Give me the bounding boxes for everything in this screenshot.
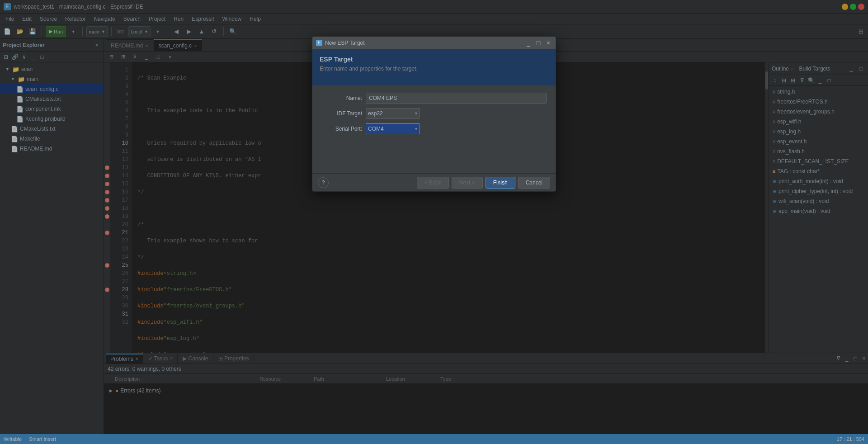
dialog-help-btn[interactable]: ? <box>318 177 329 188</box>
dialog-next-btn[interactable]: Next > <box>452 177 483 189</box>
dialog-name-label: Name: <box>321 95 362 101</box>
dialog-back-btn[interactable]: < Back <box>417 177 449 189</box>
dialog-serial-field: Serial Port: COM1 COM2 COM3 COM4 COM5 <box>321 123 547 134</box>
dialog-title: New ESP Target <box>325 40 522 46</box>
dialog-title-icon: E <box>316 40 322 46</box>
dialog-cancel-btn[interactable]: Cancel <box>518 177 550 189</box>
dialog-serial-label: Serial Port: <box>321 126 362 132</box>
dialog: E New ESP Target _ □ × ESP Target Enter … <box>312 36 556 192</box>
dialog-finish-btn[interactable]: Finish <box>486 177 515 189</box>
dialog-minimize-btn[interactable]: _ <box>525 39 532 47</box>
dialog-idf-label: IDF Target <box>321 110 362 117</box>
dialog-overlay: E New ESP Target _ □ × ESP Target Enter … <box>0 0 868 444</box>
dialog-blue-header: ESP Target Enter name and properties for… <box>312 49 556 85</box>
dialog-name-input[interactable] <box>366 93 547 104</box>
dialog-titlebar: E New ESP Target _ □ × <box>312 37 556 49</box>
dialog-body: ESP Target Enter name and properties for… <box>312 49 556 173</box>
dialog-serial-select[interactable]: COM1 COM2 COM3 COM4 COM5 <box>366 123 420 134</box>
dialog-name-field: Name: <box>321 93 547 104</box>
dialog-section-title: ESP Target <box>320 56 548 63</box>
dialog-close-btn[interactable]: × <box>545 39 552 47</box>
dialog-idf-field: IDF Target esp32 esp32s2 esp32s3 esp32c3 <box>321 108 547 119</box>
dialog-body-spacer <box>321 139 547 166</box>
dialog-idf-select[interactable]: esp32 esp32s2 esp32s3 esp32c3 <box>366 108 420 119</box>
dialog-maximize-btn[interactable]: □ <box>535 39 542 47</box>
dialog-serial-select-wrapper: COM1 COM2 COM3 COM4 COM5 <box>366 123 420 134</box>
dialog-footer: ? < Back Next > Finish Cancel <box>312 173 556 191</box>
dialog-section-desc: Enter name and properties for the target… <box>320 66 548 72</box>
dialog-idf-select-wrapper: esp32 esp32s2 esp32s3 esp32c3 <box>366 108 420 119</box>
